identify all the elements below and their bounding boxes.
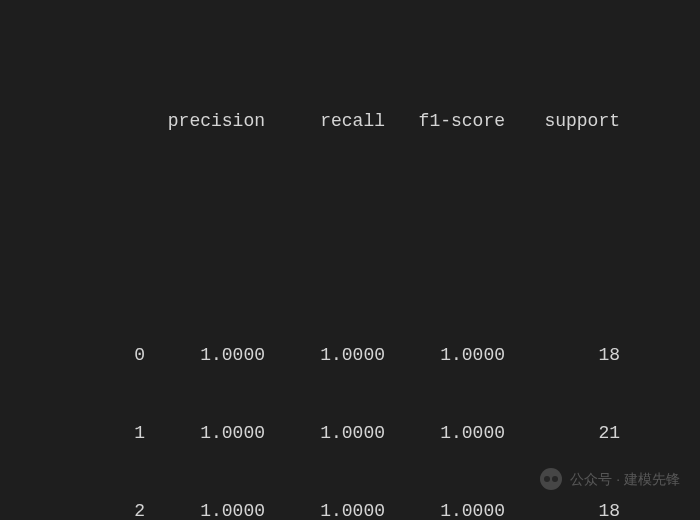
header-precision: precision [145, 108, 265, 134]
classification-report: precision recall f1-score support 0 1.00… [0, 0, 700, 520]
class-row: 1 1.0000 1.0000 1.0000 21 [0, 420, 700, 446]
spacer [0, 212, 700, 238]
f1-value: 1.0000 [385, 342, 505, 368]
header-f1: f1-score [385, 108, 505, 134]
header-blank [0, 108, 145, 134]
recall-value: 1.0000 [265, 342, 385, 368]
recall-value: 1.0000 [265, 498, 385, 520]
class-label: 1 [0, 420, 145, 446]
header-recall: recall [265, 108, 385, 134]
header-support: support [505, 108, 620, 134]
support-value: 18 [505, 498, 620, 520]
class-row: 2 1.0000 1.0000 1.0000 18 [0, 498, 700, 520]
support-value: 21 [505, 420, 620, 446]
class-label: 0 [0, 342, 145, 368]
f1-value: 1.0000 [385, 498, 505, 520]
header-row: precision recall f1-score support [0, 108, 700, 134]
support-value: 18 [505, 342, 620, 368]
precision-value: 1.0000 [145, 342, 265, 368]
precision-value: 1.0000 [145, 420, 265, 446]
precision-value: 1.0000 [145, 498, 265, 520]
recall-value: 1.0000 [265, 420, 385, 446]
f1-value: 1.0000 [385, 420, 505, 446]
class-label: 2 [0, 498, 145, 520]
class-row: 0 1.0000 1.0000 1.0000 18 [0, 342, 700, 368]
